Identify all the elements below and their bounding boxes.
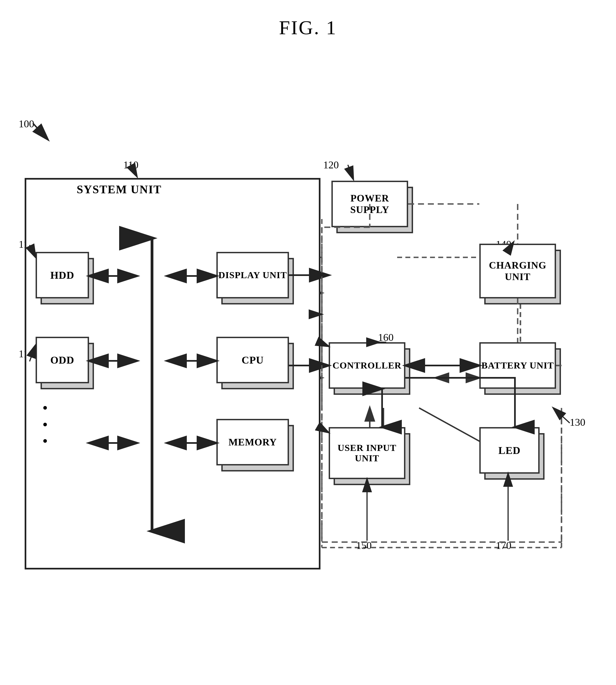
ref-100: 100 xyxy=(19,118,34,130)
user-input-unit-box: USER INPUT UNIT xyxy=(329,427,405,479)
display-unit-box: DISPLAY UNIT xyxy=(216,252,289,298)
hdd-box: HDD xyxy=(36,252,89,298)
ref-110: 110 xyxy=(123,159,138,171)
svg-line-65 xyxy=(319,342,329,346)
controller-box: CONTROLLER xyxy=(329,342,405,389)
ref-170: 170 xyxy=(496,539,511,551)
svg-line-57 xyxy=(348,165,353,179)
odd-box: ODD xyxy=(36,337,89,383)
page-title: FIG. 1 xyxy=(279,17,337,39)
system-unit-label: SYSTEM UNIT xyxy=(77,183,161,196)
svg-line-60 xyxy=(553,408,570,423)
battery-unit-box: BATTERY UNIT xyxy=(479,342,556,389)
power-supply-box: POWER SUPPLY xyxy=(331,181,408,227)
ref-160: 160 xyxy=(378,331,394,343)
ellipsis: ••• xyxy=(42,400,48,450)
led-box: LED xyxy=(479,427,540,474)
svg-line-64 xyxy=(319,427,329,433)
ref-150: 150 xyxy=(356,539,372,551)
memory-box: MEMORY xyxy=(216,419,289,465)
svg-line-55 xyxy=(33,123,48,140)
charging-unit-box: CHARGING UNIT xyxy=(479,244,556,298)
cpu-box: CPU xyxy=(216,337,289,383)
ref-130: 130 xyxy=(570,416,585,428)
ref-120: 120 xyxy=(323,159,339,171)
